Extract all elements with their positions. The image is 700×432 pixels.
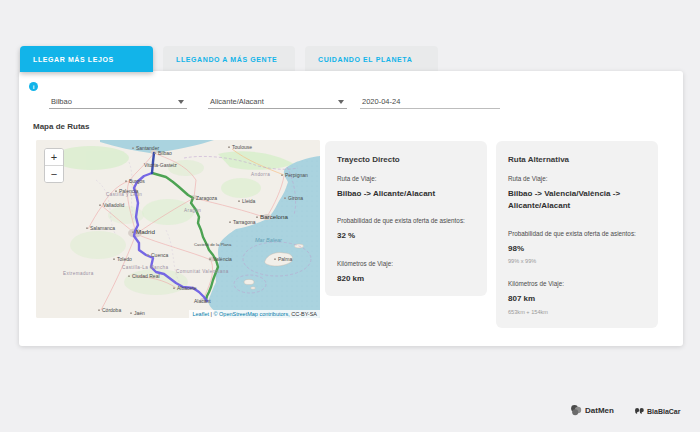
map-label: Girona (288, 195, 303, 201)
city-dot (284, 197, 286, 199)
city-dot (132, 231, 134, 233)
zoom-in-button[interactable]: + (45, 149, 63, 166)
map-canvas: ToulouseSantanderBilbaoVitoria-GasteizBu… (36, 140, 320, 318)
chevron-down-icon (178, 100, 184, 104)
map-label: Castilla-La Mancha (122, 265, 169, 270)
date-value: 2020-04-24 (362, 97, 400, 106)
leaflet-link[interactable]: Leaflet (192, 311, 209, 317)
datmen-label: DatMen (585, 406, 614, 415)
city-dot (128, 275, 130, 277)
tab-cuidando-el-planeta[interactable]: CUIDANDO EL PLANETA (305, 46, 438, 72)
map-label: Bilbao (158, 150, 172, 156)
map-label: Andorra (251, 172, 270, 177)
map-label: Zaragoza (196, 195, 217, 201)
map-label: Alacant (194, 298, 211, 304)
map-label: València (213, 256, 232, 262)
map-label: Castilla y León (106, 192, 142, 197)
origin-value: Bilbao (51, 97, 72, 106)
city-dot (86, 227, 88, 229)
map-label: Perpignan (285, 172, 308, 178)
city-dot (229, 221, 231, 223)
map-label: Toulouse (232, 144, 252, 150)
zoom-out-button[interactable]: − (45, 166, 63, 182)
route-value: Bilbao -> Valencia/València -> Alicante/… (508, 188, 646, 213)
route-label: Ruta de Viaje: (337, 175, 475, 182)
blablacar-logo: BlaBlaCar (634, 406, 680, 417)
direct-route-panel: Trayecto Directo Ruta de Viaje: Bilbao -… (325, 141, 487, 296)
map-label: Valladolid (103, 202, 125, 208)
map-label: Cuenca (151, 252, 168, 258)
city-dot (113, 258, 115, 260)
probability-detail: 99% x 99% (508, 258, 646, 264)
city-dot (256, 216, 258, 218)
destination-select[interactable]: Alicante/Alacant (208, 94, 347, 109)
map-attribution: Leaflet | © OpenStreetMap contributors, … (189, 310, 320, 318)
map-label: Castelló de la Plana (194, 242, 232, 247)
map-label: Córdoba (102, 307, 121, 313)
origin-select[interactable]: Bilbao (49, 94, 187, 109)
chevron-down-icon (338, 100, 344, 104)
tab-llegando-a-mas-gente[interactable]: LLEGANDO A MÁS GENTE (163, 46, 295, 72)
km-detail: 653km + 154km (508, 309, 646, 315)
tab-label: LLEGANDO A MÁS GENTE (176, 56, 277, 63)
city-dot (192, 197, 194, 199)
tab-label: LLEGAR MÁS LEJOS (33, 56, 114, 63)
map-label: Jaén (134, 310, 145, 316)
map-label: Mar Balear (255, 237, 283, 243)
map-label: Madrid (136, 228, 155, 235)
map-label: Vitoria-Gasteiz (144, 162, 177, 168)
city-dot (125, 180, 127, 182)
map-label: Aragón (184, 208, 201, 213)
map-label: Burgos (129, 178, 145, 184)
map-label: Palma (278, 256, 292, 262)
city-dot (173, 287, 175, 289)
tab-label: CUIDANDO EL PLANETA (318, 56, 412, 63)
panel-title: Ruta Alternativa (508, 155, 646, 164)
probability-label: Probabilidad de que exista oferta de asi… (508, 230, 646, 237)
km-label: Kilómetros de Viaje: (337, 260, 475, 267)
map-label: Salamanca (90, 225, 115, 231)
map-label: Lleida (242, 198, 256, 204)
panel-title: Trayecto Directo (337, 155, 475, 164)
datmen-logo: DatMen (570, 404, 614, 416)
destination-value: Alicante/Alacant (210, 97, 264, 106)
tab-llegar-mas-lejos[interactable]: LLEGAR MÁS LEJOS (20, 46, 153, 72)
city-dot (274, 258, 276, 260)
map-label: Barcelona (260, 213, 288, 220)
city-dot (99, 204, 101, 206)
city-dot (98, 309, 100, 311)
date-input[interactable]: 2020-04-24 (360, 94, 500, 109)
map-label: Tarragona (233, 219, 256, 225)
map-label: Ciudad Real (132, 273, 160, 279)
probability-label: Probabilidad de que exista oferta de asi… (337, 217, 475, 224)
city-dot (228, 146, 230, 148)
route-label: Ruta de Viaje: (508, 175, 646, 182)
alternative-route-panel: Ruta Alternativa Ruta de Viaje: Bilbao -… (496, 141, 658, 328)
km-value: 820 km (337, 273, 475, 285)
license-text: CC-BY-SA (290, 311, 317, 317)
city-dot (154, 152, 156, 154)
probability-value: 32 % (337, 230, 475, 242)
km-value: 807 km (508, 293, 646, 305)
map-label: Extremadura (63, 271, 94, 276)
routes-map[interactable]: ToulouseSantanderBilbaoVitoria-GasteizBu… (36, 140, 320, 318)
blablacar-label: BlaBlaCar (647, 408, 680, 415)
city-dot (130, 312, 132, 314)
blablacar-icon (634, 406, 644, 417)
map-label: Santander (136, 145, 159, 151)
content-card: i Bilbao Alicante/Alacant 2020-04-24 Map… (19, 71, 683, 346)
km-label: Kilómetros de Viaje: (508, 280, 646, 287)
city-dot (147, 254, 149, 256)
map-title: Mapa de Rutas (33, 122, 89, 131)
osm-link[interactable]: © OpenStreetMap contributors, (213, 311, 289, 317)
datmen-icon (570, 404, 582, 416)
city-dot (209, 258, 211, 260)
city-dot (281, 174, 283, 176)
map-zoom-control: + − (44, 148, 64, 183)
map-label: Toledo (117, 256, 132, 262)
info-icon[interactable]: i (29, 82, 38, 91)
city-dot (132, 147, 134, 149)
probability-value: 98% (508, 243, 646, 255)
map-label: Albacete (177, 285, 197, 291)
map-label: Comunitat Valenciana (176, 269, 229, 274)
